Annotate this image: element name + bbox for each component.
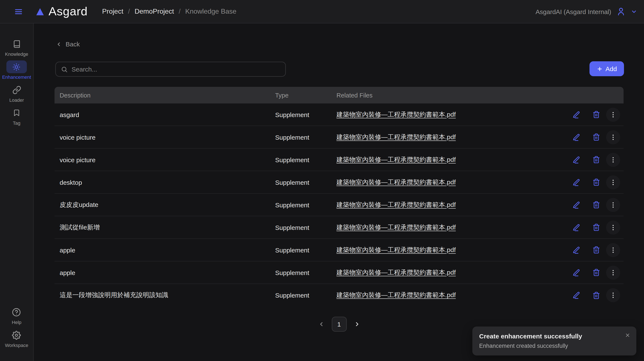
- delete-icon[interactable]: [592, 201, 600, 209]
- row-type: Supplement: [275, 292, 336, 299]
- row-description: apple: [54, 246, 275, 254]
- more-options-icon[interactable]: [606, 153, 620, 167]
- more-options-icon[interactable]: [606, 198, 620, 212]
- sidebar-item-tag[interactable]: Tag: [6, 106, 27, 126]
- back-button[interactable]: Back: [56, 40, 80, 48]
- sidebar-item-knowledge[interactable]: Knowledge: [5, 37, 28, 57]
- sidebar-item-label: Enhancement: [2, 74, 31, 80]
- sidebar-item-enhancement[interactable]: Enhancement: [2, 60, 31, 80]
- row-actions: [560, 130, 624, 144]
- related-file-link[interactable]: 建築物室內裝修—工程承攬契約書範本.pdf: [336, 223, 456, 231]
- breadcrumb-demoproject[interactable]: DemoProject: [134, 8, 174, 15]
- edit-icon[interactable]: [572, 155, 580, 164]
- help-icon: [6, 306, 27, 319]
- menu-icon[interactable]: [14, 7, 22, 15]
- more-options-icon[interactable]: [606, 265, 620, 280]
- related-file-link[interactable]: 建築物室內裝修—工程承攬契約書範本.pdf: [336, 268, 456, 276]
- toast-title: Create enhancement successfully: [479, 333, 630, 340]
- close-icon[interactable]: [625, 333, 630, 338]
- edit-icon[interactable]: [572, 268, 580, 277]
- chevron-down-icon: [631, 8, 637, 15]
- previous-page-icon[interactable]: [318, 321, 324, 327]
- row-actions: [560, 198, 624, 212]
- edit-icon[interactable]: [572, 223, 580, 232]
- related-file-link[interactable]: 建築物室內裝修—工程承攬契約書範本.pdf: [336, 201, 456, 208]
- more-options-icon[interactable]: [606, 107, 620, 121]
- breadcrumb: Project / DemoProject / Knowledge Base: [102, 8, 236, 15]
- table-row: 皮皮皮update Supplement 建築物室內裝修—工程承攬契約書範本.p…: [54, 194, 624, 216]
- delete-icon[interactable]: [592, 223, 600, 232]
- sidebar-item-workspace[interactable]: Workspace: [5, 329, 28, 348]
- page-number-button[interactable]: 1: [332, 317, 346, 332]
- row-type: Supplement: [275, 179, 336, 186]
- table-row: 這是一段增強說明用於補充說明該知識 Supplement 建築物室內裝修—工程承…: [54, 284, 624, 307]
- chevron-left-icon: [56, 41, 62, 47]
- related-file-link[interactable]: 建築物室內裝修—工程承攬契約書範本.pdf: [336, 178, 456, 185]
- bookmark-icon: [6, 106, 27, 119]
- related-file-link[interactable]: 建築物室內裝修—工程承攬契約書範本.pdf: [336, 110, 456, 118]
- row-actions: [560, 265, 624, 280]
- delete-icon[interactable]: [592, 155, 600, 164]
- more-options-icon[interactable]: [606, 288, 620, 302]
- row-description: voice picture: [54, 133, 275, 141]
- app-logo[interactable]: Asgard: [35, 5, 88, 18]
- sidebar-item-help[interactable]: Help: [6, 306, 27, 325]
- top-nav-bar: Asgard Project / DemoProject / Knowledge…: [0, 0, 644, 23]
- table-row: voice picture Supplement 建築物室內裝修—工程承攬契約書…: [54, 126, 624, 149]
- edit-icon[interactable]: [572, 201, 580, 209]
- edit-icon[interactable]: [572, 110, 580, 119]
- row-type: Supplement: [275, 111, 336, 118]
- add-button-label: Add: [606, 65, 617, 72]
- delete-icon[interactable]: [592, 178, 600, 186]
- delete-icon[interactable]: [592, 246, 600, 254]
- row-description: 皮皮皮update: [54, 201, 275, 209]
- delete-icon[interactable]: [592, 268, 600, 277]
- account-menu[interactable]: AsgardAI (Asgard Internal): [536, 7, 637, 16]
- delete-icon[interactable]: [592, 133, 600, 141]
- breadcrumb-separator: /: [179, 8, 180, 15]
- row-type: Supplement: [275, 246, 336, 254]
- table-body: asgard Supplement 建築物室內裝修—工程承攬契約書範本.pdf …: [54, 103, 624, 307]
- enhancement-table: Description Type Related Files asgard Su…: [54, 87, 624, 307]
- toast-message: Enhancement created successfully: [479, 343, 630, 349]
- column-header-description: Description: [54, 92, 275, 98]
- search-icon: [61, 66, 68, 73]
- row-actions: [560, 153, 624, 167]
- edit-icon[interactable]: [572, 291, 580, 300]
- sidebar-item-loader[interactable]: Loader: [6, 83, 27, 103]
- user-icon: [616, 7, 626, 16]
- related-file-link[interactable]: 建築物室內裝修—工程承攬契約書範本.pdf: [336, 246, 456, 253]
- column-header-related-files: Related Files: [336, 92, 560, 98]
- row-type: Supplement: [275, 133, 336, 141]
- edit-icon[interactable]: [572, 246, 580, 254]
- sidebar-item-label: Loader: [9, 97, 24, 103]
- edit-icon[interactable]: [572, 178, 580, 186]
- column-header-type: Type: [275, 92, 336, 98]
- related-file-link[interactable]: 建築物室內裝修—工程承攬契約書範本.pdf: [336, 291, 456, 299]
- row-description: asgard: [54, 111, 275, 118]
- table-row: asgard Supplement 建築物室內裝修—工程承攬契約書範本.pdf: [54, 103, 624, 126]
- sidebar-bottom: Help Workspace: [5, 306, 28, 352]
- plus-icon: [596, 66, 602, 72]
- related-file-link[interactable]: 建築物室內裝修—工程承攬契約書範本.pdf: [336, 133, 456, 140]
- next-page-icon[interactable]: [354, 321, 360, 327]
- more-options-icon[interactable]: [606, 175, 620, 189]
- gear-icon: [6, 329, 27, 342]
- more-options-icon[interactable]: [606, 220, 620, 234]
- row-type: Supplement: [275, 269, 336, 276]
- logo-text: Asgard: [48, 5, 88, 18]
- add-button[interactable]: Add: [590, 61, 624, 76]
- account-name: AsgardAI (Asgard Internal): [536, 8, 611, 15]
- logo-triangle-icon: [35, 7, 45, 16]
- more-options-icon[interactable]: [606, 130, 620, 144]
- table-row: apple Supplement 建築物室內裝修—工程承攬契約書範本.pdf: [54, 239, 624, 261]
- sun-icon: [6, 60, 27, 73]
- delete-icon[interactable]: [592, 291, 600, 300]
- related-file-link[interactable]: 建築物室內裝修—工程承攬契約書範本.pdf: [336, 156, 456, 163]
- delete-icon[interactable]: [592, 110, 600, 119]
- more-options-icon[interactable]: [606, 243, 620, 257]
- row-type: Supplement: [275, 156, 336, 163]
- edit-icon[interactable]: [572, 133, 580, 141]
- breadcrumb-project[interactable]: Project: [102, 8, 123, 15]
- search-input[interactable]: [72, 65, 280, 73]
